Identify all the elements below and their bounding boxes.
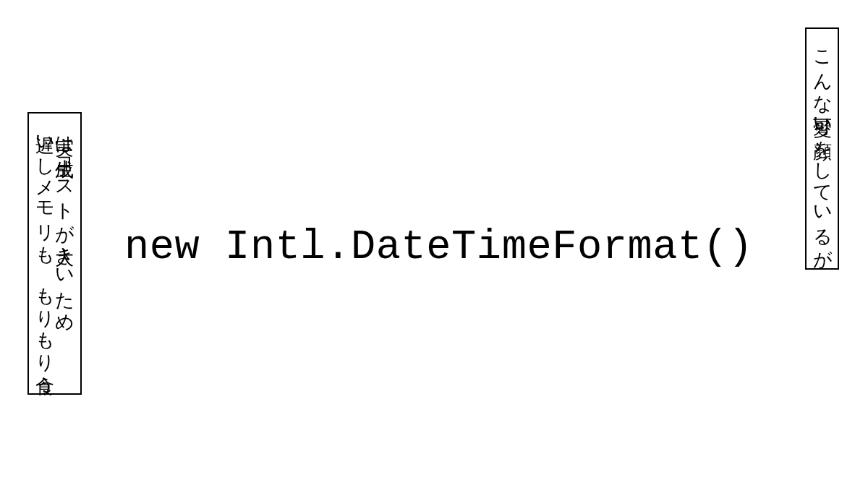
left-caption-box: 実は生成コストが大きいため 遅いしメモリも もりもり食う	[27, 112, 82, 395]
right-caption-box: こんな可愛い顔をしているが	[805, 27, 839, 270]
right-caption-text: こんな可愛い顔をしているが	[812, 38, 833, 260]
center-code-text: new Intl.DateTimeFormat()	[124, 224, 753, 270]
center-code-snippet: new Intl.DateTimeFormat()	[124, 224, 753, 270]
left-caption-line2: 遅いしメモリも もりもり食う	[35, 122, 54, 385]
left-caption-line1: 実は生成コストが大きいため	[54, 122, 74, 385]
